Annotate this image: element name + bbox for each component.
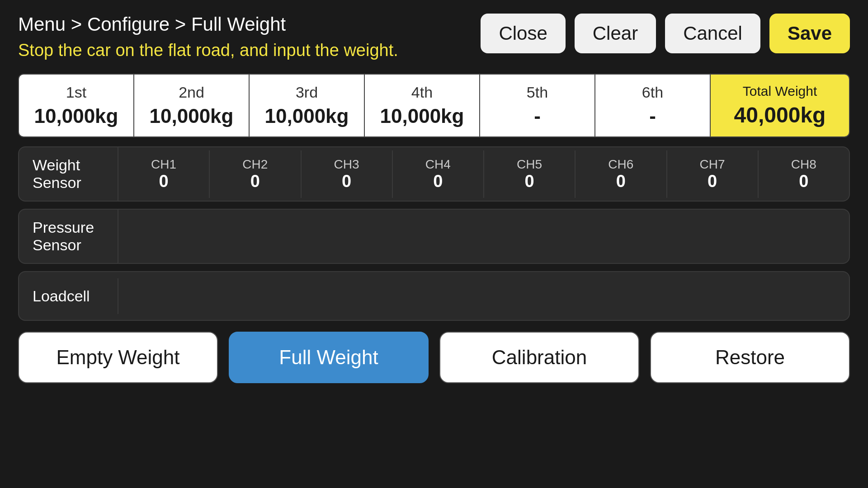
restore-button[interactable]: Restore: [650, 332, 850, 383]
weight-cell-6th: 6th -: [595, 75, 711, 136]
weight-value-3rd: 10,000kg: [265, 105, 349, 127]
weight-cell-4th: 4th 10,000kg: [365, 75, 480, 136]
weight-label-4th: 4th: [411, 84, 433, 101]
weight-label-6th: 6th: [642, 84, 663, 101]
bottom-buttons: Empty Weight Full Weight Calibration Res…: [18, 332, 850, 383]
channel-ch2: CH2 0: [210, 150, 301, 198]
header-buttons: Close Clear Cancel Save: [481, 14, 850, 53]
weight-sensor-channels: CH1 0 CH2 0 CH3 0 CH4 0 CH5 0 CH6 0: [118, 150, 849, 198]
channel-ch1: CH1 0: [118, 150, 210, 198]
channel-ch8-value: 0: [799, 172, 808, 191]
weight-label-2nd: 2nd: [179, 84, 204, 101]
weight-cell-5th: 5th -: [480, 75, 595, 136]
pressure-sensor-label: PressureSensor: [19, 210, 118, 263]
channel-ch1-value: 0: [159, 172, 169, 191]
channel-ch5-name: CH5: [517, 157, 542, 172]
loadcell-label: Loadcell: [19, 278, 118, 314]
weight-grid: 1st 10,000kg 2nd 10,000kg 3rd 10,000kg 4…: [18, 74, 850, 137]
channel-ch7: CH7 0: [667, 150, 759, 198]
channel-ch4: CH4 0: [393, 150, 484, 198]
weight-cell-2nd: 2nd 10,000kg: [134, 75, 250, 136]
weight-value-1st: 10,000kg: [34, 105, 118, 127]
weight-label-3rd: 3rd: [296, 84, 318, 101]
channel-ch3-value: 0: [342, 172, 351, 191]
weight-value-5th: -: [534, 105, 541, 127]
channel-ch2-value: 0: [250, 172, 260, 191]
sensor-section: WeightSensor CH1 0 CH2 0 CH3 0 CH4 0 CH5…: [18, 146, 850, 321]
weight-value-2nd: 10,000kg: [150, 105, 234, 127]
weight-sensor-row: WeightSensor CH1 0 CH2 0 CH3 0 CH4 0 CH5…: [18, 146, 850, 202]
channel-ch5-value: 0: [525, 172, 534, 191]
calibration-button[interactable]: Calibration: [439, 332, 639, 383]
weight-sensor-label: WeightSensor: [19, 147, 118, 201]
channel-ch6-name: CH6: [608, 157, 633, 172]
channel-ch2-name: CH2: [242, 157, 268, 172]
channel-ch3-name: CH3: [334, 157, 359, 172]
cancel-button[interactable]: Cancel: [665, 14, 760, 53]
channel-ch5: CH5 0: [484, 150, 576, 198]
save-button[interactable]: Save: [769, 14, 850, 53]
weight-value-total: 40,000kg: [734, 103, 826, 127]
weight-label-1st: 1st: [66, 84, 86, 101]
channel-ch8: CH8 0: [759, 150, 849, 198]
close-button[interactable]: Close: [481, 14, 565, 53]
weight-cell-3rd: 3rd 10,000kg: [250, 75, 365, 136]
pressure-sensor-row: PressureSensor: [18, 209, 850, 264]
weight-label-total: Total Weight: [743, 84, 817, 99]
subtitle: Stop the car on the flat road, and input…: [18, 41, 398, 60]
weight-cell-total: Total Weight 40,000kg: [711, 75, 849, 136]
channel-ch4-value: 0: [433, 172, 443, 191]
weight-label-5th: 5th: [527, 84, 548, 101]
breadcrumb: Menu > Configure > Full Weight: [18, 14, 398, 35]
channel-ch7-value: 0: [708, 172, 717, 191]
loadcell-row: Loadcell: [18, 271, 850, 321]
header: Menu > Configure > Full Weight Stop the …: [0, 0, 868, 69]
header-left: Menu > Configure > Full Weight Stop the …: [18, 14, 398, 60]
weight-value-4th: 10,000kg: [380, 105, 464, 127]
channel-ch6: CH6 0: [576, 150, 667, 198]
channel-ch7-name: CH7: [700, 157, 725, 172]
clear-button[interactable]: Clear: [575, 14, 656, 53]
channel-ch1-name: CH1: [151, 157, 176, 172]
empty-weight-button[interactable]: Empty Weight: [18, 332, 218, 383]
channel-ch6-value: 0: [616, 172, 626, 191]
channel-ch3: CH3 0: [302, 150, 393, 198]
full-weight-button[interactable]: Full Weight: [229, 332, 429, 383]
channel-ch8-name: CH8: [791, 157, 816, 172]
channel-ch4-name: CH4: [425, 157, 451, 172]
weight-cell-1st: 1st 10,000kg: [19, 75, 134, 136]
weight-value-6th: -: [649, 105, 656, 127]
